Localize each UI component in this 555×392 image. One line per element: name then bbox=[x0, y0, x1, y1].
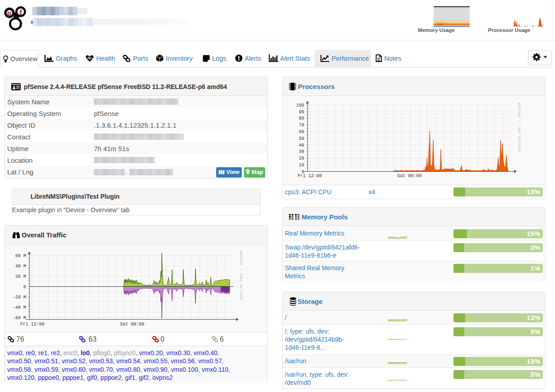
svg-text:20: 20 bbox=[299, 156, 304, 161]
svg-text:10: 10 bbox=[299, 163, 304, 168]
svg-text:f: f bbox=[20, 9, 22, 16]
svg-text:90: 90 bbox=[299, 110, 304, 115]
svg-text:50: 50 bbox=[299, 136, 304, 141]
svg-text:RRDTOOL / TOBI OETIKER: RRDTOOL / TOBI OETIKER bbox=[517, 102, 521, 152]
svg-text:Sat 00:00: Sat 00:00 bbox=[397, 174, 422, 178]
svg-text:70: 70 bbox=[299, 123, 304, 128]
svg-text:100: 100 bbox=[296, 103, 304, 108]
svg-text:80: 80 bbox=[299, 116, 304, 121]
svg-text:-40 M: -40 M bbox=[13, 305, 26, 310]
svg-text:0: 0 bbox=[23, 285, 26, 290]
svg-text:-20 M: -20 M bbox=[13, 295, 26, 300]
svg-text:Fri 12:00: Fri 12:00 bbox=[20, 322, 44, 327]
svg-text:40 M: 40 M bbox=[15, 264, 26, 269]
svg-text:Fri 12:00: Fri 12:00 bbox=[297, 174, 322, 178]
svg-text:60 M: 60 M bbox=[15, 254, 26, 258]
svg-text:40: 40 bbox=[299, 143, 304, 148]
svg-text:30: 30 bbox=[299, 149, 304, 154]
svg-text:p: p bbox=[7, 9, 11, 17]
svg-text:-60 M: -60 M bbox=[13, 316, 26, 321]
svg-text:60: 60 bbox=[299, 129, 304, 134]
svg-text:RRDTOOL / TOBI OETIKER: RRDTOOL / TOBI OETIKER bbox=[239, 250, 243, 300]
svg-text:Sat 00:00: Sat 00:00 bbox=[120, 322, 144, 327]
svg-text:20 M: 20 M bbox=[15, 274, 26, 279]
